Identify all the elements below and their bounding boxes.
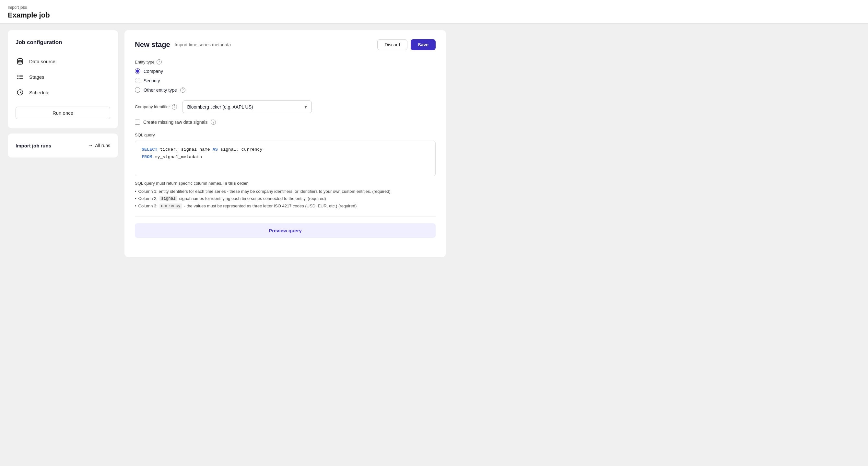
sidebar-item-stages[interactable]: Stages: [16, 69, 110, 85]
stage-title: New stage: [135, 40, 170, 49]
sql-bullet-1: Column 1: entity identifiers for each ti…: [135, 189, 436, 194]
left-panel: Job configuration Data source: [8, 30, 118, 257]
page-title: Example job: [8, 11, 860, 20]
create-signals-checkbox[interactable]: [135, 120, 140, 125]
save-button[interactable]: Save: [411, 39, 436, 50]
sql-query-label: SQL query: [135, 132, 436, 137]
other-entity-help-icon[interactable]: ?: [180, 88, 185, 93]
entity-type-radio-group: Company Security Other entity type ?: [135, 68, 436, 93]
discard-button[interactable]: Discard: [377, 39, 407, 50]
radio-company-label: Company: [144, 69, 163, 74]
create-signals-help-icon[interactable]: ?: [211, 120, 216, 125]
preview-query-button[interactable]: Preview query: [135, 223, 436, 238]
create-signals-label: Create missing raw data signals: [143, 120, 208, 125]
radio-security[interactable]: Security: [135, 78, 436, 83]
runs-card: Import job runs → All runs: [8, 133, 118, 157]
sql-editor[interactable]: SELECT ticker, signal_name AS signal, cu…: [135, 141, 436, 176]
divider: [135, 216, 436, 217]
radio-security-label: Security: [144, 78, 160, 83]
radio-other[interactable]: Other entity type ?: [135, 87, 436, 93]
clock-icon: [16, 88, 25, 97]
entity-type-label: Entity type ?: [135, 59, 436, 64]
entity-type-section: Entity type ? Company Security Other ent…: [135, 59, 436, 93]
sql-bullets: Column 1: entity identifiers for each ti…: [135, 189, 436, 209]
ci-select-value: Bloomberg ticker (e.g. AAPL US): [187, 104, 253, 110]
radio-company[interactable]: Company: [135, 68, 436, 74]
svg-line-9: [20, 92, 21, 93]
radio-other-input[interactable]: [135, 87, 141, 93]
company-identifier-label: Company identifier ?: [135, 104, 177, 110]
sql-section: SQL query SELECT ticker, signal_name AS …: [135, 132, 436, 209]
config-card: Job configuration Data source: [8, 30, 118, 128]
all-runs-label: All runs: [95, 143, 110, 148]
right-panel: New stage Import time series metadata Di…: [124, 30, 446, 257]
arrow-right-icon: →: [88, 143, 93, 148]
stage-subtitle: Import time series metadata: [175, 42, 231, 47]
chevron-down-icon: ▾: [304, 104, 307, 110]
company-identifier-help-icon[interactable]: ?: [172, 104, 177, 110]
database-icon: [16, 57, 25, 66]
radio-other-label: Other entity type: [144, 88, 177, 93]
breadcrumb: Import jobs: [8, 5, 860, 10]
stages-label: Stages: [29, 74, 44, 80]
sql-bullet-2: Column 2: signal signal names for identi…: [135, 196, 436, 201]
run-once-button[interactable]: Run once: [16, 106, 110, 119]
schedule-label: Schedule: [29, 90, 50, 95]
stage-title-group: New stage Import time series metadata: [135, 40, 231, 49]
runs-title: Import job runs: [16, 143, 51, 148]
create-signals-row: Create missing raw data signals ?: [135, 120, 436, 125]
svg-point-0: [18, 59, 23, 61]
sql-line-1: SELECT ticker, signal_name AS signal, cu…: [142, 146, 429, 154]
company-identifier-select[interactable]: Bloomberg ticker (e.g. AAPL US) ▾: [182, 100, 312, 113]
sql-bullet-3: Column 3: currency - the values must be …: [135, 204, 436, 209]
config-title: Job configuration: [16, 39, 110, 46]
sidebar-item-schedule[interactable]: Schedule: [16, 85, 110, 100]
main-layout: Job configuration Data source: [0, 24, 454, 263]
radio-company-input[interactable]: [135, 68, 141, 74]
stage-header: New stage Import time series metadata Di…: [135, 39, 436, 50]
data-source-label: Data source: [29, 59, 55, 64]
list-icon: [16, 72, 25, 81]
company-identifier-row: Company identifier ? Bloomberg ticker (e…: [135, 100, 436, 113]
radio-security-input[interactable]: [135, 78, 141, 83]
all-runs-link[interactable]: → All runs: [88, 143, 110, 148]
sql-line-2: FROM my_signal_metadata: [142, 154, 429, 161]
header-buttons: Discard Save: [377, 39, 436, 50]
entity-type-help-icon[interactable]: ?: [157, 59, 162, 64]
sql-hint: SQL query must return specific column na…: [135, 181, 436, 186]
page-header: Import jobs Example job: [0, 0, 868, 24]
sidebar-item-data-source[interactable]: Data source: [16, 54, 110, 69]
